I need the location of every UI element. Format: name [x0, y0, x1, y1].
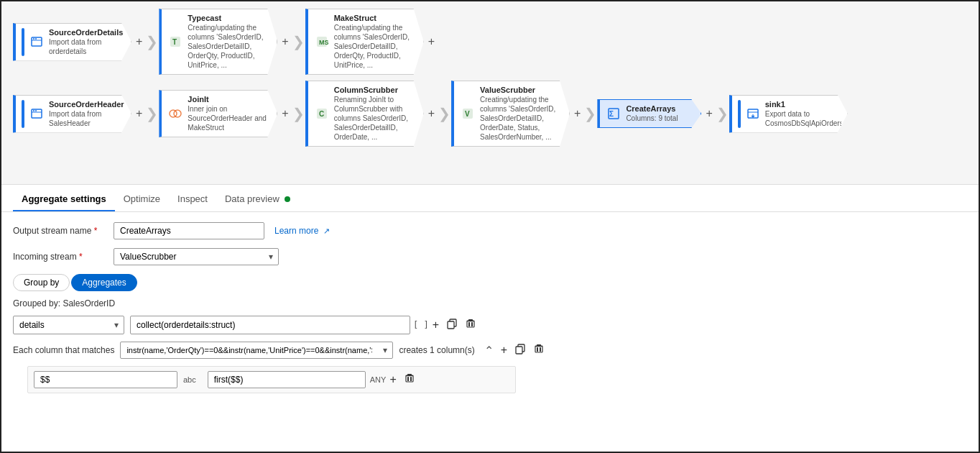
- add-after-joinit[interactable]: +: [279, 107, 291, 120]
- join-icon: [167, 106, 183, 122]
- node-title: ValueScrubber: [480, 86, 563, 94]
- pattern-select[interactable]: instr(name,'OrderQty')==0&&instr(name,'U…: [120, 342, 393, 359]
- node-title: sink1: [765, 100, 841, 109]
- node-create-arrays[interactable]: Σ CreateArrays Columns: 9 total: [597, 99, 701, 128]
- external-link-icon: ↗: [323, 226, 330, 235]
- sub-col-type-label: abc: [183, 375, 196, 384]
- aggregate-row: details [ ] +: [13, 316, 967, 334]
- add-aggregate-btn[interactable]: +: [429, 317, 443, 333]
- sub-expression-input[interactable]: [208, 371, 366, 388]
- node-bar: [22, 28, 24, 56]
- add-after-make-struct[interactable]: +: [425, 35, 438, 48]
- node-desc: Import data from SalesHeader: [49, 109, 125, 128]
- tab-optimize[interactable]: Optimize: [115, 189, 169, 211]
- incoming-stream-label: Incoming stream *: [13, 252, 114, 262]
- node-bar: [738, 100, 741, 128]
- node-title: SourceOrderDetails: [49, 28, 125, 37]
- tab-data-preview[interactable]: Data preview: [216, 189, 300, 211]
- svg-point-13: [174, 110, 181, 117]
- add-after-column-scrubber[interactable]: +: [425, 107, 438, 120]
- output-stream-input[interactable]: [114, 222, 264, 239]
- collapse-icon[interactable]: ⌃: [481, 342, 497, 359]
- sub-column-input[interactable]: [34, 371, 177, 388]
- svg-text:C: C: [319, 110, 324, 118]
- sub-expression-row: abc ANY +: [27, 366, 516, 393]
- svg-rect-39: [410, 377, 412, 381]
- node-bar: [22, 100, 24, 128]
- svg-text:T: T: [172, 38, 177, 46]
- transform-icon: T: [167, 34, 183, 50]
- node-desc: Creating/updating the columns 'SalesOrde…: [334, 23, 417, 70]
- transform-icon: V: [460, 106, 476, 122]
- output-stream-row: Output stream name * Learn more ↗: [13, 222, 967, 239]
- connector-arrow: ❯: [716, 105, 729, 122]
- add-after-typecast[interactable]: +: [279, 35, 291, 48]
- add-each-column-btn[interactable]: +: [497, 342, 511, 358]
- agg-column-select[interactable]: details: [13, 316, 124, 334]
- node-joinit[interactable]: JoinIt Inner join on SourceOrderHeader a…: [159, 90, 277, 137]
- copy-each-column-btn[interactable]: [511, 342, 530, 359]
- svg-point-2: [33, 38, 34, 40]
- node-content: JoinIt Inner join on SourceOrderHeader a…: [188, 95, 271, 132]
- group-by-toggle[interactable]: Group by: [13, 274, 70, 291]
- pipeline-row-2: SourceOrderHeader Import data from Sales…: [13, 81, 967, 147]
- node-sink1[interactable]: sink1 Export data to CosmosDbSqlApiOrder…: [729, 95, 848, 133]
- delete-each-column-btn[interactable]: [530, 342, 548, 359]
- svg-text:Σ: Σ: [609, 110, 614, 118]
- incoming-stream-select-wrapper: ValueScrubber: [114, 248, 279, 265]
- svg-rect-33: [537, 347, 538, 352]
- node-content: MakeStruct Creating/updating the columns…: [334, 14, 417, 70]
- delete-aggregate-btn[interactable]: [461, 316, 480, 334]
- node-typecast[interactable]: T Typecast Creating/updating the columns…: [159, 9, 277, 75]
- node-title: Typecast: [188, 14, 271, 22]
- add-sub-row-btn[interactable]: +: [386, 372, 399, 388]
- each-column-label: Each column that matches: [13, 345, 114, 355]
- node-content: Typecast Creating/updating the columns '…: [188, 14, 271, 70]
- aggregates-toggle[interactable]: Aggregates: [71, 274, 137, 291]
- data-preview-dot: [285, 196, 290, 202]
- agg-column-wrapper: details: [13, 316, 124, 334]
- svg-rect-28: [467, 321, 474, 327]
- creates-label: creates 1 column(s): [399, 345, 474, 355]
- svg-point-11: [35, 110, 37, 111]
- settings-tabs: Aggregate settings Optimize Inspect Data…: [1, 185, 979, 212]
- source-icon: [29, 34, 45, 50]
- svg-point-3: [35, 38, 37, 40]
- add-after-source-order-details[interactable]: +: [133, 35, 145, 48]
- node-desc: Inner join on SourceOrderHeader and Make…: [188, 104, 271, 132]
- learn-more-link[interactable]: Learn more ↗: [274, 226, 330, 236]
- svg-text:V: V: [465, 110, 470, 118]
- connector-arrow: ❯: [438, 105, 450, 122]
- node-value-scrubber[interactable]: V ValueScrubber Creating/updating the co…: [451, 81, 570, 147]
- node-make-struct[interactable]: MS MakeStruct Creating/updating the colu…: [305, 9, 424, 75]
- node-content: CreateArrays Columns: 9 total: [626, 104, 695, 123]
- aggregate-icon: Σ: [606, 106, 621, 122]
- node-source-order-details[interactable]: SourceOrderDetails Import data from orde…: [13, 23, 131, 61]
- svg-rect-40: [406, 375, 413, 382]
- pattern-select-wrapper: instr(name,'OrderQty')==0&&instr(name,'U…: [120, 342, 393, 359]
- connector-arrow: ❯: [146, 105, 158, 122]
- copy-aggregate-btn[interactable]: [443, 316, 461, 334]
- each-column-row: Each column that matches instr(name,'Ord…: [13, 342, 967, 359]
- node-column-scrubber[interactable]: C ColumnScrubber Renaming JoinIt to Colu…: [305, 81, 424, 147]
- agg-expression-input[interactable]: [130, 316, 410, 334]
- add-after-value-scrubber[interactable]: +: [571, 107, 583, 120]
- incoming-stream-row: Incoming stream * ValueScrubber: [13, 248, 967, 265]
- bracket-label: [ ]: [413, 320, 429, 330]
- node-source-order-header[interactable]: SourceOrderHeader Import data from Sales…: [13, 95, 131, 133]
- node-content: SourceOrderDetails Import data from orde…: [49, 28, 125, 56]
- node-desc: Creating/updating the columns 'SalesOrde…: [480, 95, 563, 142]
- add-after-create-arrays[interactable]: +: [703, 107, 715, 120]
- add-after-source-order-header[interactable]: +: [133, 107, 145, 120]
- pipeline-canvas: SourceOrderDetails Import data from orde…: [1, 1, 979, 185]
- node-desc: Renaming JoinIt to ColumnScrubber with c…: [334, 95, 417, 142]
- delete-sub-row-btn[interactable]: [400, 371, 419, 388]
- tab-inspect[interactable]: Inspect: [169, 189, 216, 211]
- sink-icon: [745, 106, 761, 122]
- tab-aggregate-settings[interactable]: Aggregate settings: [13, 189, 115, 211]
- connector-arrow: ❯: [292, 105, 305, 122]
- svg-rect-34: [540, 347, 541, 352]
- node-content: sink1 Export data to CosmosDbSqlApiOrder…: [765, 100, 841, 128]
- output-stream-label: Output stream name *: [13, 226, 114, 236]
- incoming-stream-select[interactable]: ValueScrubber: [114, 248, 279, 265]
